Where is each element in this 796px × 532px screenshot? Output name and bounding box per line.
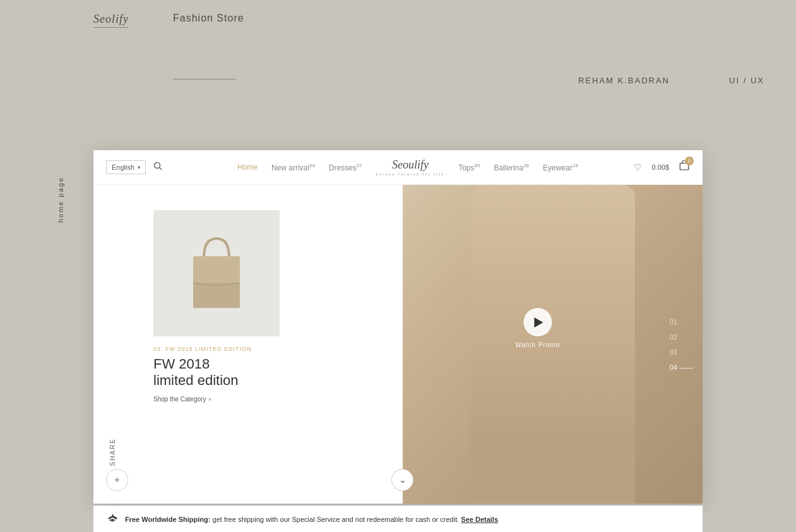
promo-button-group[interactable]: Watch Promo — [515, 308, 560, 348]
tote-bag-icon — [188, 232, 245, 314]
share-label: SHARE — [109, 438, 116, 466]
site-logo-center: Seoulify korean fashion for life — [376, 158, 444, 177]
plus-button[interactable]: + — [106, 469, 128, 491]
nav-home[interactable]: Home — [237, 163, 258, 172]
nav-new-arrival[interactable]: New arrival24 — [271, 163, 315, 172]
designer-name: REHAM K.BADRAN — [578, 76, 670, 85]
svg-line-1 — [160, 168, 162, 170]
play-icon — [534, 317, 543, 328]
vertical-page-label: home page — [57, 177, 64, 223]
website-mockup: English ▾ Home New arrival24 Dresses37 S… — [93, 150, 703, 504]
nav-ballerina[interactable]: Ballerina28 — [494, 163, 529, 172]
slide-03[interactable]: 03 — [670, 348, 693, 356]
arrow-icon: › — [208, 396, 210, 403]
slide-02[interactable]: 02 — [670, 333, 693, 341]
scroll-down-button[interactable]: ⌄ — [391, 469, 413, 491]
nav-right: ♡ 0.00$ 0 — [634, 160, 690, 174]
product-card: 03. FW 2018 LIMITED EDITION FW 2018 limi… — [153, 210, 280, 412]
search-icon[interactable] — [153, 162, 162, 173]
product-info: 03. FW 2018 LIMITED EDITION FW 2018 limi… — [153, 336, 280, 412]
wishlist-icon[interactable]: ♡ — [634, 162, 642, 173]
nav-tops[interactable]: Tops65 — [458, 163, 480, 172]
left-panel: 03. FW 2018 LIMITED EDITION FW 2018 limi… — [93, 185, 403, 504]
navbar: English ▾ Home New arrival24 Dresses37 S… — [93, 150, 703, 185]
plane-icon — [106, 513, 119, 526]
nav-links: Home New arrival24 Dresses37 Seoulify ko… — [181, 158, 634, 177]
language-label: English — [112, 163, 134, 171]
product-title: FW 2018 limited edition — [153, 356, 280, 389]
ui-ux-label: UI / UX — [729, 76, 764, 85]
slide-04[interactable]: 04 — [670, 364, 693, 371]
shop-category-link[interactable]: Shop the Category › — [153, 396, 280, 403]
product-edition: 03. FW 2018 LIMITED EDITION — [153, 346, 280, 352]
chevron-down-icon: ▾ — [138, 165, 140, 170]
svg-rect-4 — [193, 283, 240, 308]
cart-badge: 0 — [685, 157, 694, 165]
slide-01[interactable]: 01 — [670, 318, 693, 326]
play-button[interactable] — [523, 308, 552, 336]
slide-numbers: 01 02 03 04 — [670, 318, 693, 371]
language-selector[interactable]: English ▾ — [106, 160, 146, 174]
svg-point-0 — [155, 163, 160, 168]
product-image — [153, 210, 280, 336]
main-content: 03. FW 2018 LIMITED EDITION FW 2018 limi… — [93, 185, 703, 504]
fashion-store-line — [173, 79, 236, 80]
watch-promo-label: Watch Promo — [515, 341, 560, 348]
cart-icon-wrapper[interactable]: 0 — [679, 160, 690, 174]
right-panel: Watch Promo 01 02 03 04 — [403, 185, 703, 504]
brand-logo: Seolify — [93, 13, 129, 28]
shipping-text: Free Worldwide Shipping: get free shippi… — [125, 516, 498, 523]
nav-eyewear[interactable]: Eyewear19 — [543, 163, 578, 172]
fashion-store-label: Fashion Store — [173, 13, 244, 24]
nav-dresses[interactable]: Dresses37 — [329, 163, 362, 172]
cart-price: 0.00$ — [651, 163, 669, 171]
shipping-bar: Free Worldwide Shipping: get free shippi… — [93, 505, 703, 532]
see-details-link[interactable]: See Details — [461, 516, 498, 523]
